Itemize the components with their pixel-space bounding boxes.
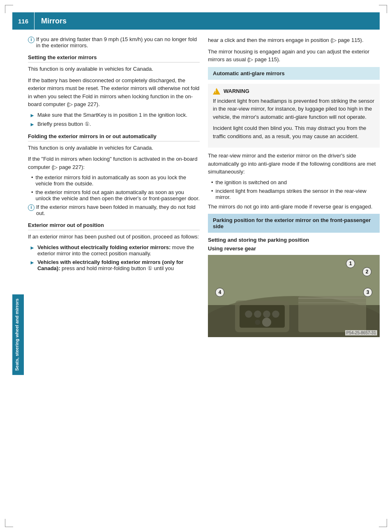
page-number: 116 <box>12 12 35 30</box>
car-svg <box>208 255 380 337</box>
using-reverse-gear: Using reverse gear <box>208 245 380 252</box>
corner-mark-tr <box>379 5 387 13</box>
section-heading-outofpos: Exterior mirror out of position <box>28 222 200 230</box>
bullet-item-1: • the exterior mirrors fold in automatic… <box>28 174 200 187</box>
bullet-sym-1: • <box>31 174 33 180</box>
section1-para2: If the battery has been disconnected or … <box>28 76 200 109</box>
info-block-2: i If the exterior mirrors have been fold… <box>28 204 200 216</box>
svg-point-9 <box>272 310 279 318</box>
svg-rect-4 <box>298 296 366 332</box>
sidebar-label-container: Seats, steering wheel and mirrors <box>12 30 24 400</box>
svg-point-10 <box>255 319 260 325</box>
arrow-text-2: Briefly press button ①. <box>37 121 91 127</box>
car-image: 1 2 3 4 P54-25-8657-31 <box>208 255 380 337</box>
bullet-item-2: • the exterior mirrors fold out again au… <box>28 189 200 201</box>
warning-text-1: If incident light from headlamps is prev… <box>213 97 375 121</box>
arrow-text-1: Make sure that the SmartKey is in positi… <box>37 112 187 118</box>
arrow-sym-3: ► <box>30 245 35 251</box>
col-right: hear a click and then the mirrors engage… <box>208 36 380 393</box>
antiglare-para1: The rear-view mirror and the exterior mi… <box>208 152 380 176</box>
header-bar: 116 Mirrors <box>12 12 380 30</box>
antiglare-bullet-sym-2: • <box>211 188 213 194</box>
arrow-item-3: ► Vehicles without electrically folding … <box>28 244 200 257</box>
info-icon-2: i <box>28 204 35 211</box>
section-heading-folding: Folding the exterior mirrors in or out a… <box>28 133 200 141</box>
antiglare-bullet-text-2: incident light from headlamps strikes th… <box>216 188 380 200</box>
sidebar-label: Seats, steering wheel and mirrors <box>12 294 24 375</box>
info-text-1: If you are driving faster than 9 mph (15… <box>36 36 200 49</box>
warning-title: WARNING <box>213 88 375 95</box>
col-left: i If you are driving faster than 9 mph (… <box>28 36 200 393</box>
bullet-sym-2: • <box>31 189 33 195</box>
section3-para1: If an exterior mirror has been pushed ou… <box>28 233 200 241</box>
num-circle-2: 2 <box>362 267 371 276</box>
section1-para1: This function is only available in vehic… <box>28 65 200 73</box>
section2-para1: This function is only available in vehic… <box>28 144 200 152</box>
arrow-text-3: Vehicles without electrically folding ex… <box>37 244 200 257</box>
svg-point-11 <box>262 318 271 327</box>
continued-text-2: The mirror housing is engaged again and … <box>208 48 380 64</box>
image-caption: P54-25-8657-31 <box>345 330 377 335</box>
info-icon-1: i <box>28 37 35 43</box>
section-heading-setting: Setting the exterior mirrors <box>28 54 200 62</box>
arrow-item-2: ► Briefly press button ①. <box>28 121 200 127</box>
continued-text-1: hear a click and then the mirrors engage… <box>208 36 380 44</box>
arrow-sym-1: ► <box>30 112 35 118</box>
antiglare-para2: The mirrors do not go into anti-glare mo… <box>208 203 380 211</box>
antiglare-bullet-2: • incident light from headlamps strikes … <box>208 188 380 200</box>
arrow-text-4: Vehicles with electrically folding exter… <box>37 259 200 271</box>
header-title: Mirrors <box>35 17 73 25</box>
svg-point-6 <box>245 310 252 318</box>
bullet-text-2: the exterior mirrors fold out again auto… <box>36 189 200 201</box>
parking-subsection-heading: Setting and storing the parking position <box>208 237 380 243</box>
corner-mark-br <box>379 519 387 527</box>
corner-mark-bl <box>5 519 13 527</box>
arrow-sym-4: ► <box>30 259 35 266</box>
car-image-inner: 1 2 3 4 P54-25-8657-31 <box>208 255 380 337</box>
warning-box: WARNING If incident light from headlamps… <box>208 84 380 148</box>
antiglare-bullet-text-1: the ignition is switched on and <box>216 179 287 185</box>
content-wrapper: Seats, steering wheel and mirrors i If y… <box>12 30 380 400</box>
antiglare-section-box: Automatic anti-glare mirrors <box>208 67 380 80</box>
section2-para2: If the "Fold in mirrors when locking" fu… <box>28 155 200 171</box>
num-circle-1: 1 <box>346 259 355 268</box>
arrow-sym-2: ► <box>30 121 35 127</box>
corner-mark-tl <box>5 5 13 13</box>
num-circle-4: 4 <box>215 288 224 297</box>
antiglare-bullet-1: • the ignition is switched on and <box>208 179 380 185</box>
warning-label: WARNING <box>224 88 249 94</box>
svg-point-8 <box>263 310 270 318</box>
info-block-1: i If you are driving faster than 9 mph (… <box>28 36 200 49</box>
bullet-text-1: the exterior mirrors fold in automatical… <box>36 174 200 187</box>
arrow-item-4: ► Vehicles with electrically folding ext… <box>28 259 200 271</box>
warning-text-2: Incident light could then blind you. Thi… <box>213 124 375 140</box>
info-text-2: If the exterior mirrors have been folded… <box>36 204 200 216</box>
parking-section-box: Parking position for the exterior mirror… <box>208 214 380 233</box>
num-circle-3: 3 <box>363 288 372 297</box>
antiglare-bullet-sym-1: • <box>211 179 213 185</box>
two-col-layout: i If you are driving faster than 9 mph (… <box>24 30 380 400</box>
warning-triangle-icon <box>213 88 220 95</box>
svg-point-7 <box>254 310 261 318</box>
arrow-item-1: ► Make sure that the SmartKey is in posi… <box>28 112 200 118</box>
